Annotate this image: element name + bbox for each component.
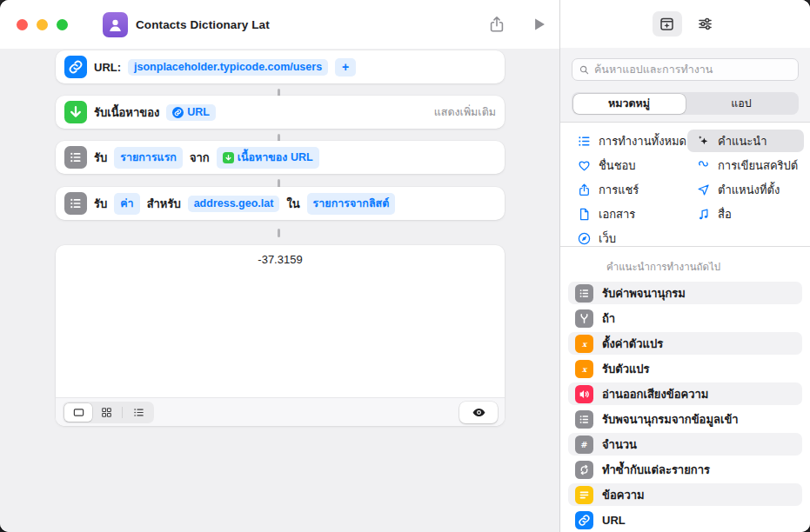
view-single-button[interactable] bbox=[64, 403, 92, 422]
category-suggestions[interactable]: คำแนะนำ bbox=[696, 130, 766, 152]
suggestion-speak-text[interactable]: อ่านออกเสียงข้อความ bbox=[568, 382, 802, 405]
suggestion-set-variable[interactable]: x ตั้งค่าตัวแปร bbox=[568, 332, 802, 355]
suggestion-label: URL bbox=[602, 514, 626, 527]
category-label: เอกสาร bbox=[599, 205, 635, 223]
suggestion-number[interactable]: # จำนวน bbox=[568, 433, 802, 456]
word-for: สำหรับ bbox=[147, 195, 181, 213]
link-icon bbox=[575, 511, 593, 529]
action-get-item-from-list[interactable]: รับ รายการแรก จาก เนื้อหาของ URL bbox=[56, 141, 505, 174]
url-value-field[interactable]: jsonplaceholder.typicode.com/users bbox=[128, 59, 328, 76]
category-sharing[interactable]: การแชร์ bbox=[577, 178, 639, 201]
key-path-token[interactable]: address.geo.lat bbox=[188, 196, 280, 212]
suggestion-label: จำนวน bbox=[602, 436, 637, 454]
suggestions-header: คำแนะนำการทำงานถัดไป bbox=[606, 259, 802, 275]
category-grid: การทำงานทั้งหมด ชื่นชอบ การแชร์ เอกสาร เ… bbox=[560, 123, 810, 246]
show-more-button[interactable]: แสดงเพิ่มเติม bbox=[434, 103, 496, 121]
traffic-lights bbox=[17, 19, 68, 30]
view-grid-button[interactable] bbox=[92, 403, 120, 422]
suggestion-label: ทำซ้ำกับแต่ละรายการ bbox=[602, 461, 710, 479]
action-library-button[interactable] bbox=[653, 11, 682, 37]
window-title: Contacts Dictionary Lat bbox=[136, 18, 270, 31]
word-from: จาก bbox=[190, 149, 210, 167]
contents-of-url-label: เนื้อหาของ URL bbox=[238, 149, 313, 166]
suggestion-get-variable[interactable]: x รับตัวแปร bbox=[568, 357, 802, 380]
shortcuts-window: Contacts Dictionary Lat bbox=[0, 0, 810, 532]
suggestion-if[interactable]: ถ้า bbox=[568, 307, 802, 329]
close-window-button[interactable] bbox=[17, 19, 28, 30]
suggestion-label: ข้อความ bbox=[602, 486, 645, 504]
value-token[interactable]: ค่า bbox=[114, 193, 139, 215]
category-label: คำแนะนำ bbox=[718, 132, 766, 150]
search-input[interactable] bbox=[594, 63, 792, 76]
first-item-token[interactable]: รายการแรก bbox=[114, 147, 183, 169]
person-icon bbox=[106, 16, 124, 34]
link-icon bbox=[64, 56, 87, 78]
dictionary-icon bbox=[64, 192, 87, 215]
dictionary-icon bbox=[575, 284, 593, 303]
tab-apps[interactable]: แอป bbox=[686, 94, 798, 114]
action-library-icon bbox=[658, 15, 676, 33]
titlebar: Contacts Dictionary Lat bbox=[0, 0, 560, 49]
variable-icon: x bbox=[575, 335, 593, 353]
download-icon bbox=[64, 101, 87, 123]
category-scripting[interactable]: การเขียนสคริปต์ bbox=[696, 154, 798, 176]
category-label: การทำงานทั้งหมด bbox=[599, 132, 686, 150]
category-label: สื่อ bbox=[718, 205, 732, 223]
rectangle-view-icon bbox=[72, 406, 85, 419]
add-url-button[interactable]: + bbox=[335, 58, 356, 76]
grid-view-icon bbox=[100, 406, 113, 419]
heart-icon bbox=[577, 158, 592, 173]
tab-categories[interactable]: หมวดหมู่ bbox=[573, 94, 686, 114]
sliders-icon bbox=[696, 15, 714, 33]
category-documents[interactable]: เอกสาร bbox=[577, 203, 635, 225]
download-icon bbox=[223, 152, 234, 163]
suggestion-label: ถ้า bbox=[602, 309, 615, 328]
variable-icon: x bbox=[575, 360, 593, 378]
action-get-dictionary-value[interactable]: รับ ค่า สำหรับ address.geo.lat ใน รายการ… bbox=[56, 187, 505, 220]
share-button[interactable] bbox=[485, 13, 508, 36]
suggestion-get-dictionary-value[interactable]: รับค่าพจนานุกรม bbox=[568, 282, 802, 304]
url-variable-token[interactable]: URL bbox=[166, 104, 216, 121]
category-media[interactable]: สื่อ bbox=[696, 203, 732, 225]
url-variable-label: URL bbox=[187, 106, 210, 118]
item-from-list-token[interactable]: รายการจากลิสต์ bbox=[307, 193, 396, 215]
share-icon bbox=[577, 183, 592, 197]
zoom-window-button[interactable] bbox=[57, 19, 68, 30]
list-bullet-icon bbox=[577, 134, 592, 149]
search-field[interactable] bbox=[572, 58, 799, 81]
action-url[interactable]: URL: jsonplaceholder.typicode.com/users … bbox=[56, 50, 505, 83]
suggestion-url[interactable]: URL bbox=[568, 509, 802, 531]
suggestion-get-dictionary-from-input[interactable]: รับพจนานุกรมจากข้อมูลเข้า bbox=[568, 408, 802, 430]
category-web[interactable]: เว็บ bbox=[577, 227, 616, 249]
result-footer-toolbar bbox=[56, 397, 505, 426]
action-get-contents[interactable]: รับเนื้อหาของ URL แสดงเพิ่มเติม bbox=[56, 96, 505, 129]
sparkles-icon bbox=[696, 134, 711, 149]
suggestion-label: อ่านออกเสียงข้อความ bbox=[602, 385, 708, 403]
result-value: -37.3159 bbox=[56, 245, 505, 266]
repeat-icon bbox=[575, 461, 593, 479]
suggestion-text[interactable]: ข้อความ bbox=[568, 483, 802, 506]
suggestion-label: รับพจนานุกรมจากข้อมูลเข้า bbox=[602, 410, 739, 429]
minimize-window-button[interactable] bbox=[37, 19, 48, 30]
svg-text:x: x bbox=[582, 364, 588, 373]
svg-text:#: # bbox=[581, 439, 588, 449]
quick-look-button[interactable] bbox=[459, 402, 498, 423]
shortcut-editor-canvas: URL: jsonplaceholder.typicode.com/users … bbox=[0, 49, 559, 532]
view-list-button[interactable] bbox=[124, 403, 152, 422]
run-shortcut-button[interactable] bbox=[527, 13, 550, 36]
shortcut-details-button[interactable] bbox=[693, 11, 719, 37]
play-icon bbox=[529, 15, 548, 34]
list-view-icon bbox=[132, 406, 145, 419]
word-get: รับ bbox=[94, 149, 107, 167]
word-get: รับ bbox=[94, 195, 107, 213]
suggestion-repeat-with-each[interactable]: ทำซ้ำกับแต่ละรายการ bbox=[568, 458, 802, 481]
number-icon: # bbox=[575, 436, 593, 454]
suggestions-section: คำแนะนำการทำงานถัดไป รับค่าพจนานุกรม ถ้า… bbox=[560, 259, 810, 531]
word-in: ใน bbox=[286, 195, 299, 213]
contents-of-url-token[interactable]: เนื้อหาของ URL bbox=[217, 147, 319, 169]
category-label: การแชร์ bbox=[599, 181, 639, 199]
category-favorites[interactable]: ชื่นชอบ bbox=[577, 154, 636, 176]
category-location[interactable]: ตำแหน่งที่ตั้ง bbox=[696, 178, 780, 201]
category-all-actions[interactable]: การทำงานทั้งหมด bbox=[577, 130, 686, 152]
action-url-label: URL: bbox=[94, 61, 121, 74]
